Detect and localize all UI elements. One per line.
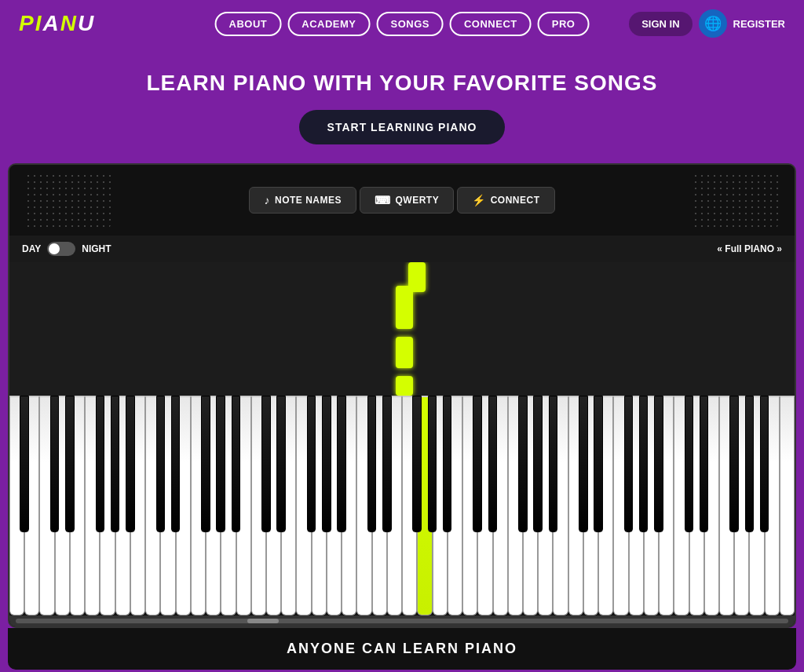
piano-controls: ♪ NOTE NAMES ⌨ QWERTY ⚡ CONNECT [111,187,693,214]
black-key-38[interactable] [594,396,603,532]
header: PiANU ABOUT ACADEMY SONGS CONNECT PRO SI… [0,0,804,47]
black-key-48[interactable] [745,396,755,532]
black-key-47[interactable] [729,396,739,532]
black-key-9[interactable] [156,396,166,532]
connect-button[interactable]: ⚡ CONNECT [457,187,554,214]
falling-notes-area [9,262,795,396]
bottom-banner: ANYONE CAN LEARN PIANO [8,628,796,670]
black-key-33[interactable] [518,396,528,532]
fall-note-3 [396,337,413,368]
auth-area: SIGN IN 🌐 REGISTER [629,9,785,38]
hero-section: LEARN PIANO WITH YOUR FAVORITE SONGS STA… [0,47,804,163]
black-key-40[interactable] [624,396,634,532]
black-key-44[interactable] [685,396,694,532]
language-icon[interactable]: 🌐 [699,9,727,38]
keys-wrapper [9,396,795,615]
black-key-21[interactable] [337,396,346,532]
black-key-6[interactable] [111,396,120,532]
black-key-30[interactable] [473,396,482,532]
black-key-31[interactable] [488,396,498,532]
piano-scroll-area[interactable] [9,615,795,626]
music-note-icon: ♪ [264,194,270,206]
scroll-thumb [247,619,279,623]
black-key-12[interactable] [201,396,210,532]
white-key-51[interactable] [780,396,795,615]
nav-songs[interactable]: SONGS [377,12,444,36]
sign-in-button[interactable]: SIGN IN [629,12,692,36]
black-key-45[interactable] [700,396,709,532]
black-key-41[interactable] [639,396,649,532]
register-button[interactable]: REGISTER [733,18,785,30]
black-key-7[interactable] [126,396,135,532]
black-key-13[interactable] [216,396,225,532]
black-key-10[interactable] [171,396,181,532]
black-key-34[interactable] [533,396,543,532]
plug-icon: ⚡ [472,194,486,206]
qwerty-button[interactable]: ⌨ QWERTY [360,187,454,214]
black-key-20[interactable] [322,396,331,532]
piano-keyboard [9,396,795,615]
left-speaker [25,173,111,228]
main-nav: ABOUT ACADEMY SONGS CONNECT PRO [215,12,590,36]
black-key-35[interactable] [549,396,558,532]
piano-section: ♪ NOTE NAMES ⌨ QWERTY ⚡ CONNECT DAY NIGH… [8,163,796,628]
night-label: NIGHT [82,243,111,254]
piano-top-panel: ♪ NOTE NAMES ⌨ QWERTY ⚡ CONNECT [9,165,795,236]
full-piano-button[interactable]: « Full PIANO » [717,243,782,254]
nav-academy[interactable]: ACADEMY [287,12,370,36]
note-names-button[interactable]: ♪ NOTE NAMES [249,187,356,214]
fall-note-2 [396,286,413,329]
black-key-23[interactable] [367,396,377,532]
nav-pro[interactable]: PRO [538,12,590,36]
black-key-3[interactable] [65,396,75,532]
black-key-0[interactable] [20,396,29,532]
black-key-26[interactable] [412,396,422,532]
black-key-37[interactable] [579,396,588,532]
black-key-2[interactable] [50,396,60,532]
day-night-toggle[interactable] [47,242,75,256]
fall-note-4 [396,376,413,396]
black-key-17[interactable] [276,396,286,532]
logo: PiANU [19,11,95,36]
keyboard-icon: ⌨ [375,194,391,206]
scroll-track [16,619,788,623]
black-key-5[interactable] [96,396,105,532]
nav-connect[interactable]: CONNECT [450,12,532,36]
black-key-27[interactable] [428,396,437,532]
black-key-14[interactable] [232,396,241,532]
piano-options-bar: DAY NIGHT « Full PIANO » [9,236,795,262]
right-speaker [693,173,779,228]
day-label: DAY [22,243,41,254]
black-key-19[interactable] [307,396,316,532]
nav-about[interactable]: ABOUT [215,12,282,36]
black-key-28[interactable] [443,396,452,532]
black-key-42[interactable] [654,396,663,532]
black-key-49[interactable] [760,396,769,532]
day-night-toggle-area: DAY NIGHT [22,242,111,256]
black-key-24[interactable] [382,396,392,532]
black-key-16[interactable] [261,396,271,532]
start-learning-button[interactable]: START LEARNING PIANO [299,110,506,144]
hero-headline: LEARN PIANO WITH YOUR FAVORITE SONGS [16,71,788,96]
